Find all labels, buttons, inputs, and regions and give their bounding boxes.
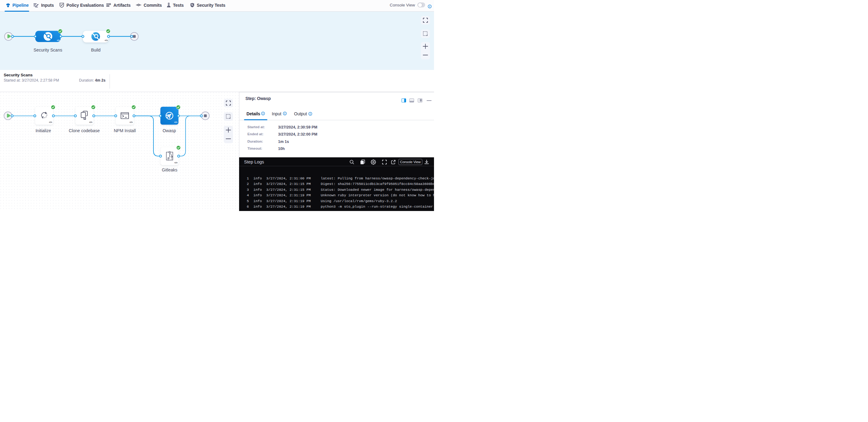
svg-text:</>: </> (129, 121, 133, 124)
svg-text:</>: </> (49, 121, 52, 124)
svg-text:</>: </> (174, 121, 177, 124)
svg-text:</>: </> (57, 39, 60, 42)
svg-text:</>: </> (174, 161, 177, 164)
svg-text:</>: </> (105, 39, 108, 42)
svg-text:</>: </> (89, 121, 92, 124)
